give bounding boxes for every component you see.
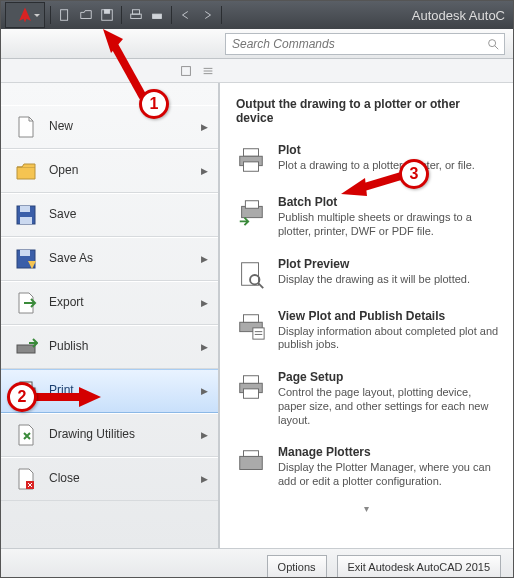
callout-3: 3 xyxy=(399,159,429,189)
svg-rect-17 xyxy=(17,345,35,353)
svg-rect-4 xyxy=(131,14,142,18)
menu-item-utilities[interactable]: Drawing Utilities ▶ xyxy=(1,413,218,457)
sub-item-name: View Plot and Publish Details xyxy=(278,309,499,323)
new-icon[interactable] xyxy=(56,6,74,24)
callout-arrow-2 xyxy=(31,387,101,411)
print-icon[interactable] xyxy=(148,6,166,24)
svg-rect-14 xyxy=(20,217,32,224)
sub-item-desc: Control the page layout, plotting device… xyxy=(278,386,499,427)
sub-item-manageplotters[interactable]: Manage Plotters Display the Plotter Mana… xyxy=(234,439,499,501)
sub-item-details[interactable]: View Plot and Publish Details Display in… xyxy=(234,303,499,365)
app-menu-footer: Options Exit Autodesk AutoCAD 2015 xyxy=(1,548,513,578)
pin-icon[interactable] xyxy=(176,61,196,81)
menu-label: Save xyxy=(49,208,76,221)
svg-line-7 xyxy=(495,45,499,49)
close-file-icon xyxy=(13,466,39,492)
svg-point-6 xyxy=(489,39,496,46)
pagesetup-icon xyxy=(234,370,268,404)
saveas-icon xyxy=(13,246,39,272)
sub-item-pagesetup[interactable]: Page Setup Control the page layout, plot… xyxy=(234,364,499,439)
save-icon[interactable] xyxy=(98,6,116,24)
menu-label: Export xyxy=(49,296,84,309)
publish-icon xyxy=(13,334,39,360)
menu-label: Open xyxy=(49,164,78,177)
sub-item-desc: Display information about completed plot… xyxy=(278,325,499,353)
chevron-right-icon: ▶ xyxy=(201,474,208,484)
menu-item-save[interactable]: Save xyxy=(1,193,218,237)
menu-item-export[interactable]: Export ▶ xyxy=(1,281,218,325)
search-bar xyxy=(1,29,513,59)
export-icon xyxy=(13,290,39,316)
callout-2: 2 xyxy=(7,382,37,412)
sub-item-name: Manage Plotters xyxy=(278,445,499,459)
plotter-icon xyxy=(234,445,268,479)
svg-rect-13 xyxy=(20,206,30,212)
svg-rect-0 xyxy=(61,10,68,21)
chevron-right-icon: ▶ xyxy=(201,122,208,132)
open-folder-icon xyxy=(13,158,39,184)
details-icon xyxy=(234,309,268,343)
menu-label: Close xyxy=(49,472,80,485)
svg-rect-5 xyxy=(153,14,162,18)
sub-item-name: Page Setup xyxy=(278,370,499,384)
svg-rect-24 xyxy=(244,162,259,171)
search-icon xyxy=(486,37,500,51)
chevron-right-icon: ▶ xyxy=(201,386,208,396)
svg-marker-45 xyxy=(341,178,367,196)
menu-label: Drawing Utilities xyxy=(49,428,135,441)
menu-item-open[interactable]: Open ▶ xyxy=(1,149,218,193)
options-button[interactable]: Options xyxy=(267,555,327,579)
app-menu-button[interactable] xyxy=(5,2,45,28)
sub-item-desc: Display the drawing as it will be plotte… xyxy=(278,273,499,287)
window-title: Autodesk AutoC xyxy=(412,8,509,23)
svg-rect-36 xyxy=(244,376,259,384)
svg-marker-43 xyxy=(79,387,101,407)
utilities-icon xyxy=(13,422,39,448)
chevron-right-icon: ▶ xyxy=(201,166,208,176)
sub-item-name: Plot Preview xyxy=(278,257,499,271)
open-icon[interactable] xyxy=(77,6,95,24)
preview-icon xyxy=(234,257,268,291)
svg-rect-16 xyxy=(20,250,30,256)
sub-item-name: Plot xyxy=(278,143,499,157)
title-bar: Autodesk AutoC xyxy=(1,1,513,29)
chevron-right-icon: ▶ xyxy=(201,298,208,308)
menu-item-publish[interactable]: Publish ▶ xyxy=(1,325,218,369)
svg-line-29 xyxy=(259,283,264,288)
sub-item-desc: Publish multiple sheets or drawings to a… xyxy=(278,211,499,239)
chevron-right-icon: ▶ xyxy=(201,342,208,352)
search-commands-field[interactable] xyxy=(225,33,505,55)
menu-item-close[interactable]: Close ▶ xyxy=(1,457,218,501)
exit-button[interactable]: Exit Autodesk AutoCAD 2015 xyxy=(337,555,501,579)
svg-rect-38 xyxy=(240,457,263,470)
svg-line-40 xyxy=(113,43,143,97)
svg-rect-2 xyxy=(104,10,109,14)
svg-rect-8 xyxy=(182,66,191,75)
recent-docs-strip xyxy=(1,59,513,83)
plot-icon[interactable] xyxy=(127,6,145,24)
svg-rect-32 xyxy=(253,327,264,338)
svg-rect-31 xyxy=(244,314,259,322)
more-indicator: ▾ xyxy=(234,501,499,514)
save-disk-icon xyxy=(13,202,39,228)
batchplot-icon xyxy=(234,195,268,229)
undo-icon[interactable] xyxy=(177,6,195,24)
sub-item-desc: Display the Plotter Manager, where you c… xyxy=(278,461,499,489)
svg-rect-22 xyxy=(244,149,259,157)
redo-icon[interactable] xyxy=(198,6,216,24)
menu-label: New xyxy=(49,120,73,133)
svg-rect-39 xyxy=(244,451,259,457)
chevron-right-icon: ▶ xyxy=(201,254,208,264)
menu-item-saveas[interactable]: Save As ▶ xyxy=(1,237,218,281)
svg-line-44 xyxy=(361,176,401,188)
svg-rect-3 xyxy=(133,10,140,14)
sub-item-preview[interactable]: Plot Preview Display the drawing as it w… xyxy=(234,251,499,303)
list-icon[interactable] xyxy=(198,61,218,81)
menu-label: Publish xyxy=(49,340,88,353)
svg-rect-26 xyxy=(245,201,258,209)
menu-label: Save As xyxy=(49,252,93,265)
plot-printer-icon xyxy=(234,143,268,177)
print-subpanel: Output the drawing to a plotter or other… xyxy=(219,83,513,548)
search-input[interactable] xyxy=(230,36,486,52)
chevron-right-icon: ▶ xyxy=(201,430,208,440)
